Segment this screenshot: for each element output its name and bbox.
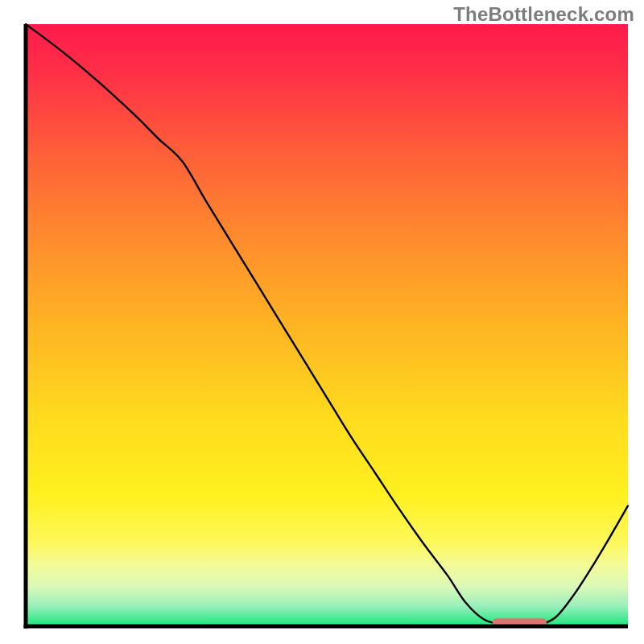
bottleneck-chart [0, 0, 644, 644]
plot-background [26, 24, 628, 626]
chart-stage: TheBottleneck.com [0, 0, 644, 644]
